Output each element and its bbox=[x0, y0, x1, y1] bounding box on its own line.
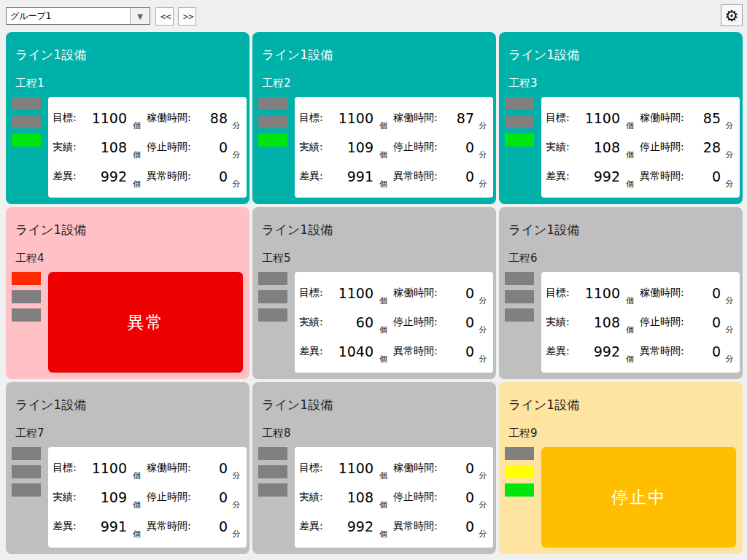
stat-value: 1040 bbox=[331, 343, 374, 359]
stat-value: 1100 bbox=[331, 285, 374, 301]
card-title: ライン1設備 bbox=[508, 222, 736, 236]
stat-unit: 分 bbox=[474, 179, 492, 190]
stat-value: 0 bbox=[696, 314, 721, 330]
stat-unit: 個 bbox=[127, 179, 147, 190]
card-body: 目標: 1100 個 稼働時間: 88 分 実績: 108 個 停止時間: 0 … bbox=[12, 97, 243, 198]
card-body: 停止中 bbox=[505, 447, 736, 548]
process-card[interactable]: ライン1設備 工程6 目標: 1100 個 稼働時間: 0 分 実績: 108 … bbox=[499, 207, 743, 379]
chevron-down-icon[interactable]: ▼ bbox=[130, 8, 150, 24]
stat-unit: 個 bbox=[620, 324, 640, 335]
prev-group-button[interactable]: << bbox=[155, 7, 174, 26]
settings-button[interactable]: ⚙ bbox=[721, 4, 743, 26]
stat-label: 差異: bbox=[299, 345, 331, 358]
stat-unit: 個 bbox=[620, 120, 640, 131]
stat-label: 異常時間: bbox=[393, 345, 449, 358]
status-panel: 異常 bbox=[48, 272, 243, 373]
stat-label: 目標: bbox=[546, 112, 578, 125]
gray-indicator-light bbox=[12, 115, 41, 128]
process-card[interactable]: ライン1設備 工程7 目標: 1100 個 稼働時間: 0 分 実績: 109 … bbox=[6, 382, 249, 554]
stat-unit: 分 bbox=[228, 149, 245, 160]
stats-panel: 目標: 1100 個 稼働時間: 85 分 実績: 108 個 停止時間: 28… bbox=[541, 97, 740, 198]
process-card[interactable]: ライン1設備 工程3 目標: 1100 個 稼働時間: 85 分 実績: 108… bbox=[499, 32, 743, 204]
green-indicator-light bbox=[258, 133, 287, 147]
stat-unit: 分 bbox=[474, 120, 492, 131]
stat-value: 109 bbox=[331, 139, 374, 155]
gray-indicator-light bbox=[505, 447, 534, 460]
process-card[interactable]: ライン1設備 工程5 目標: 1100 個 稼働時間: 0 分 実績: 60 個… bbox=[252, 207, 496, 379]
stat-value: 991 bbox=[331, 168, 374, 184]
status-text: 停止中 bbox=[611, 486, 666, 509]
stat-label: 異常時間: bbox=[640, 345, 696, 358]
next-group-button[interactable]: >> bbox=[178, 7, 196, 26]
indicator-column bbox=[505, 272, 534, 373]
stat-value: 0 bbox=[449, 460, 474, 476]
indicator-column bbox=[258, 447, 287, 548]
stat-unit: 分 bbox=[721, 120, 738, 131]
status-text: 異常 bbox=[128, 311, 164, 334]
stat-unit: 個 bbox=[374, 499, 393, 510]
gray-indicator-light bbox=[12, 483, 41, 497]
stat-row: 目標: 1100 個 稼働時間: 0 分 bbox=[546, 279, 738, 308]
indicator-column bbox=[258, 97, 287, 198]
stat-label: 目標: bbox=[299, 462, 331, 475]
stat-value: 0 bbox=[203, 489, 228, 505]
stat-label: 稼働時間: bbox=[147, 112, 203, 125]
stat-value: 992 bbox=[331, 518, 374, 534]
stats-panel: 目標: 1100 個 稼働時間: 0 分 実績: 108 個 停止時間: 0 分… bbox=[541, 272, 740, 373]
process-card[interactable]: ライン1設備 工程2 目標: 1100 個 稼働時間: 87 分 実績: 109… bbox=[252, 32, 496, 204]
card-title: ライン1設備 bbox=[15, 222, 243, 236]
stat-unit: 個 bbox=[127, 120, 147, 131]
stat-unit: 個 bbox=[620, 354, 640, 365]
stat-unit: 分 bbox=[721, 295, 738, 306]
card-title: ライン1設備 bbox=[508, 47, 736, 61]
process-card[interactable]: ライン1設備 工程4 異常 bbox=[6, 207, 249, 379]
stat-label: 実績: bbox=[299, 316, 331, 329]
stats-panel: 目標: 1100 個 稼働時間: 0 分 実績: 108 個 停止時間: 0 分… bbox=[295, 447, 493, 548]
stat-label: 異常時間: bbox=[147, 520, 203, 533]
card-subtitle: 工程9 bbox=[508, 427, 736, 440]
group-select[interactable]: グループ1 ▼ bbox=[6, 7, 150, 25]
red-indicator-light bbox=[12, 272, 41, 285]
stat-label: 差異: bbox=[299, 520, 331, 533]
stat-unit: 分 bbox=[474, 295, 492, 306]
stat-value: 108 bbox=[578, 139, 620, 155]
stat-unit: 分 bbox=[721, 324, 738, 335]
stat-unit: 個 bbox=[374, 295, 393, 306]
stat-row: 目標: 1100 個 稼働時間: 88 分 bbox=[53, 104, 245, 133]
gray-indicator-light bbox=[505, 115, 534, 128]
process-card[interactable]: ライン1設備 工程8 目標: 1100 個 稼働時間: 0 分 実績: 108 … bbox=[252, 382, 496, 554]
stat-unit: 個 bbox=[374, 470, 393, 481]
stat-unit: 分 bbox=[474, 149, 492, 160]
stat-label: 停止時間: bbox=[640, 141, 696, 154]
indicator-column bbox=[12, 447, 41, 548]
card-subtitle: 工程7 bbox=[15, 427, 243, 440]
stat-row: 実績: 108 個 停止時間: 0 分 bbox=[299, 483, 492, 512]
gray-indicator-light bbox=[12, 290, 41, 303]
stat-unit: 個 bbox=[374, 179, 393, 190]
card-grid: ライン1設備 工程1 目標: 1100 個 稼働時間: 88 分 実績: 108… bbox=[6, 32, 743, 554]
stat-label: 稼働時間: bbox=[640, 112, 696, 125]
stat-value: 991 bbox=[85, 518, 127, 534]
gray-indicator-light bbox=[12, 447, 41, 460]
gray-indicator-light bbox=[505, 290, 534, 303]
stats-panel: 目標: 1100 個 稼働時間: 0 分 実績: 109 個 停止時間: 0 分… bbox=[48, 447, 247, 548]
stat-value: 0 bbox=[696, 343, 721, 359]
stat-label: 停止時間: bbox=[147, 491, 203, 504]
card-body: 目標: 1100 個 稼働時間: 0 分 実績: 108 個 停止時間: 0 分… bbox=[505, 272, 736, 373]
card-title: ライン1設備 bbox=[262, 222, 489, 236]
stat-label: 停止時間: bbox=[393, 491, 449, 504]
stat-row: 実績: 60 個 停止時間: 0 分 bbox=[299, 308, 492, 337]
stat-label: 実績: bbox=[53, 141, 85, 154]
gray-indicator-light bbox=[12, 465, 41, 478]
stat-unit: 分 bbox=[228, 499, 245, 510]
stat-unit: 個 bbox=[374, 120, 393, 131]
stat-value: 992 bbox=[85, 168, 127, 184]
process-card[interactable]: ライン1設備 工程1 目標: 1100 個 稼働時間: 88 分 実績: 108… bbox=[6, 32, 249, 204]
stats-panel: 目標: 1100 個 稼働時間: 88 分 実績: 108 個 停止時間: 0 … bbox=[48, 97, 247, 198]
gray-indicator-light bbox=[258, 290, 287, 303]
process-card[interactable]: ライン1設備 工程9 停止中 bbox=[499, 382, 743, 554]
stat-unit: 個 bbox=[127, 529, 147, 540]
card-subtitle: 工程5 bbox=[262, 252, 489, 265]
stat-row: 実績: 108 個 停止時間: 0 分 bbox=[546, 308, 738, 337]
stat-label: 差異: bbox=[53, 170, 85, 183]
